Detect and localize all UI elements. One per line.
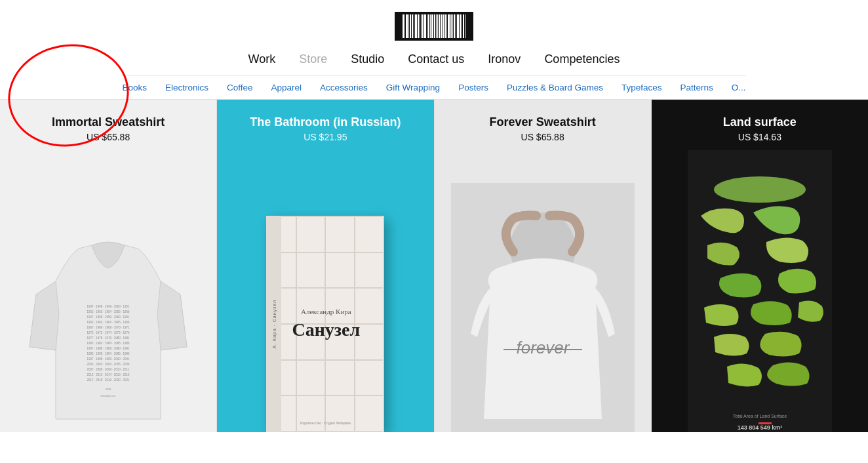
subnav-accessories[interactable]: Accessories [320,83,368,92]
product-price: US $65.88 [521,132,564,142]
svg-text:1972 · 1973 · 1974 · 1975 · 19: 1972 · 1973 · 1974 · 1975 · 1976 [87,331,130,334]
subnav-typefaces[interactable]: Typefaces [621,83,662,92]
product-card-forever-sweatshirt[interactable]: Forever Sweatshirt US $65.88 forever [435,100,652,432]
svg-text:1947 · 1948 · 1949 · 1950 · 19: 1947 · 1948 · 1949 · 1950 · 1951 [87,305,130,308]
svg-point-22 [714,176,806,203]
site-logo[interactable] [395,12,473,41]
site-header: Work Store Studio Contact us Ironov Comp… [0,0,868,100]
product-image: forever [445,150,641,432]
nav-competencies[interactable]: Competencies [544,52,620,66]
product-image: Total Area of Land Surface 143 804 549 k… [662,150,858,432]
book-russian-title: Санузел [292,319,361,340]
product-title: The Bathroom (in Russian) [250,115,401,129]
svg-text:1962 · 1963 · 1964 · 1965 · 19: 1962 · 1963 · 1964 · 1965 · 1966 [87,321,130,324]
product-price: US $21.95 [304,132,347,142]
nav-work[interactable]: Work [248,52,276,66]
svg-text:1977 · 1978 · 1979 · 1980 · 19: 1977 · 1978 · 1979 · 1980 · 1981 [87,336,130,340]
nav-ironov[interactable]: Ironov [488,52,521,66]
subnav-coffee[interactable]: Coffee [227,83,253,92]
svg-text:forever: forever [516,338,570,357]
subnav-apparel[interactable]: Apparel [271,83,302,92]
land-poster-svg: Total Area of Land Surface 143 804 549 k… [688,150,832,432]
subnav-posters[interactable]: Posters [458,83,488,92]
svg-text:1957 · 1958 · 1959 · 1960 · 19: 1957 · 1958 · 1959 · 1960 · 1961 [87,315,130,319]
subnav-more[interactable]: O... [732,83,746,92]
book-author: Александр Кира [292,308,361,315]
sweatshirt-svg: 1947 · 1948 · 1949 · 1950 · 1951 1952 · … [23,229,193,432]
subnav-patterns[interactable]: Patterns [681,83,713,92]
product-card-bathroom-book[interactable]: The Bathroom (in Russian) US $21.95 А. К… [217,100,434,432]
nav-contact[interactable]: Contact us [408,52,464,66]
svg-text:1982 · 1983 · 1984 · 1985 · 19: 1982 · 1983 · 1984 · 1985 · 1986 [87,342,130,345]
svg-text:1997 · 1998 · 1999 · 2000 · 20: 1997 · 1998 · 1999 · 2000 · 2001 [87,357,130,361]
product-image: 1947 · 1948 · 1949 · 1950 · 1951 1952 · … [10,150,206,432]
forever-sweatshirt-svg: forever [451,183,635,432]
main-navigation: Work Store Studio Contact us Ironov Comp… [248,52,620,66]
svg-text:Total Area of Land Surface: Total Area of Land Surface [733,414,787,418]
product-title: Forever Sweatshirt [490,115,596,129]
sub-navigation: Books Electronics Coffee Apparel Accesso… [122,75,745,99]
product-price: US $14.63 [738,132,781,142]
product-title: Immortal Sweatshirt [52,115,165,129]
svg-text:1952 · 1953 · 1954 · 1955 · 19: 1952 · 1953 · 1954 · 1955 · 1956 [87,310,130,313]
svg-text:1987 · 1988 · 1989 · 1990 · 19: 1987 · 1988 · 1989 · 1990 · 1991 [87,347,130,350]
svg-text:2017 · 2018 · 2019 · 2020 · 20: 2017 · 2018 · 2019 · 2020 · 2021 [87,378,130,382]
product-title: Land surface [723,115,797,129]
subnav-puzzles[interactable]: Puzzles & Board Games [507,83,603,92]
svg-text:1967 · 1968 · 1969 · 1970 · 19: 1967 · 1968 · 1969 · 1970 · 1971 [87,326,130,329]
subnav-electronics[interactable]: Electronics [165,83,208,92]
product-image: А. Кира · Санузел Александр Кира Санузел… [227,150,423,432]
product-card-immortal-sweatshirt[interactable]: Immortal Sweatshirt US $65.88 1947 [0,100,217,432]
svg-text:timestripe.com: timestripe.com [101,395,116,397]
svg-text:2007 · 2008 · 2009 · 2010 · 20: 2007 · 2008 · 2009 · 2010 · 2011 [87,368,130,371]
subnav-books[interactable]: Books [122,83,147,92]
svg-text:143 804 549 km²: 143 804 549 km² [738,424,783,431]
svg-text:2022: 2022 [106,388,112,391]
product-grid: Immortal Sweatshirt US $65.88 1947 [0,100,868,432]
svg-text:1992 · 1993 · 1994 · 1995 · 19: 1992 · 1993 · 1994 · 1995 · 1996 [87,352,130,355]
svg-text:2002 · 2003 · 2004 · 2005 · 20: 2002 · 2003 · 2004 · 2005 · 2006 [87,363,130,366]
nav-store[interactable]: Store [299,52,327,66]
nav-studio[interactable]: Studio [351,52,384,66]
product-price: US $65.88 [87,132,130,142]
subnav-gift-wrapping[interactable]: Gift Wrapping [386,83,440,92]
svg-text:2012 · 2013 · 2014 · 2015 · 20: 2012 · 2013 · 2014 · 2015 · 2016 [87,373,130,376]
product-card-land-surface[interactable]: Land surface US $14.63 [652,100,868,432]
